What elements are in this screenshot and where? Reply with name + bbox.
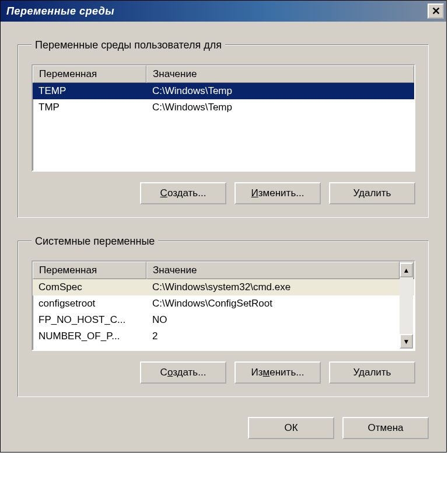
window-title: Переменные среды bbox=[6, 5, 114, 18]
scroll-down-button[interactable]: ▼ bbox=[400, 334, 413, 349]
system-variables-buttons: Создать... Изменить... Удалить bbox=[32, 361, 415, 384]
system-variables-group: Системные переменные Переменная Значение… bbox=[18, 235, 429, 397]
cell-variable: TMP bbox=[33, 100, 146, 114]
listview-rows: ComSpec C:\Windows\system32\cmd.exe conf… bbox=[33, 279, 414, 345]
table-row[interactable]: configsetroot C:\Windows\ConfigSetRoot bbox=[33, 295, 414, 312]
cell-variable: ComSpec bbox=[33, 280, 146, 294]
user-variables-listview[interactable]: Переменная Значение TEMP C:\Windows\Temp… bbox=[32, 64, 415, 172]
close-icon: ✕ bbox=[432, 6, 440, 16]
cell-variable: NUMBER_OF_P... bbox=[33, 329, 146, 343]
cell-variable: configsetroot bbox=[33, 297, 146, 311]
cell-value: C:\Windows\system32\cmd.exe bbox=[146, 280, 414, 294]
close-button[interactable]: ✕ bbox=[428, 4, 444, 19]
listview-header: Переменная Значение bbox=[33, 262, 414, 279]
triangle-down-icon: ▼ bbox=[403, 338, 410, 346]
column-header-value[interactable]: Значение bbox=[146, 262, 400, 279]
environment-variables-window: Переменные среды ✕ Переменные среды поль… bbox=[0, 0, 447, 453]
column-header-variable[interactable]: Переменная bbox=[33, 262, 146, 279]
listview-header: Переменная Значение bbox=[33, 65, 414, 83]
column-header-value[interactable]: Значение bbox=[146, 65, 414, 83]
system-create-button[interactable]: Создать... bbox=[140, 361, 226, 384]
table-row[interactable]: ComSpec C:\Windows\system32\cmd.exe bbox=[33, 279, 414, 295]
user-variables-legend: Переменные среды пользователя для bbox=[32, 39, 225, 51]
scrollbar[interactable]: ▲ ▼ bbox=[400, 263, 413, 349]
client-area: Переменные среды пользователя для Переме… bbox=[1, 22, 446, 452]
cell-value: NO bbox=[146, 313, 414, 327]
user-variables-buttons: Создать... Изменить... Удалить bbox=[32, 182, 415, 204]
table-row[interactable]: TMP C:\Windows\Temp bbox=[33, 99, 414, 116]
table-row[interactable]: FP_NO_HOST_C... NO bbox=[33, 312, 414, 328]
cell-value: C:\Windows\ConfigSetRoot bbox=[146, 297, 414, 311]
user-delete-button[interactable]: Удалить bbox=[329, 182, 415, 204]
cell-value: C:\Windows\Temp bbox=[146, 100, 414, 114]
listview-rows: TEMP C:\Windows\Temp TMP C:\Windows\Temp bbox=[33, 83, 414, 116]
cell-variable: TEMP bbox=[33, 84, 146, 98]
system-variables-legend: Системные переменные bbox=[32, 235, 158, 248]
table-row[interactable]: TEMP C:\Windows\Temp bbox=[33, 83, 414, 99]
column-header-variable[interactable]: Переменная bbox=[33, 65, 146, 83]
scroll-up-button[interactable]: ▲ bbox=[400, 263, 413, 277]
dialog-footer: ОК Отмена bbox=[18, 415, 429, 439]
cell-variable: FP_NO_HOST_C... bbox=[33, 313, 146, 327]
triangle-up-icon: ▲ bbox=[403, 266, 410, 274]
ok-button[interactable]: ОК bbox=[248, 417, 334, 439]
user-create-button[interactable]: Создать... bbox=[140, 182, 226, 204]
cancel-button[interactable]: Отмена bbox=[342, 417, 429, 439]
user-edit-button[interactable]: Изменить... bbox=[235, 182, 321, 204]
cell-value: 2 bbox=[146, 329, 414, 343]
system-variables-listview[interactable]: Переменная Значение ComSpec C:\Windows\s… bbox=[32, 260, 415, 351]
user-variables-group: Переменные среды пользователя для Переме… bbox=[18, 39, 429, 218]
system-delete-button[interactable]: Удалить bbox=[329, 361, 415, 384]
scrollbar-track[interactable] bbox=[400, 277, 413, 334]
table-row[interactable]: NUMBER_OF_P... 2 bbox=[33, 328, 414, 345]
titlebar[interactable]: Переменные среды ✕ bbox=[1, 1, 446, 22]
cell-value: C:\Windows\Temp bbox=[146, 84, 414, 98]
system-edit-button[interactable]: Изменить... bbox=[235, 361, 321, 384]
